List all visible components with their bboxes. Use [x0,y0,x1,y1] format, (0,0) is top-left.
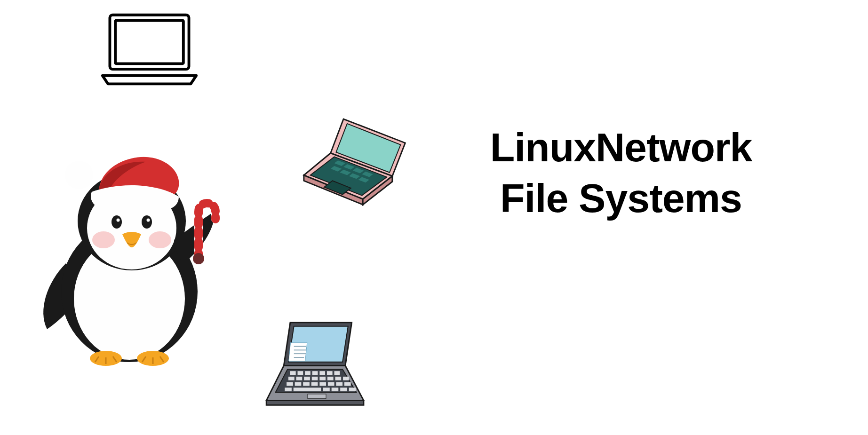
svg-rect-56 [308,394,326,399]
title-line-2: File Systems [433,173,809,224]
svg-rect-41 [343,377,349,380]
svg-rect-30 [312,371,318,375]
svg-point-65 [117,219,120,222]
svg-point-64 [142,215,152,229]
svg-rect-33 [334,371,340,375]
svg-rect-48 [336,382,342,386]
svg-rect-34 [288,377,295,380]
svg-rect-53 [332,388,339,391]
diagram-title: LinuxNetwork File Systems [433,122,809,223]
svg-rect-39 [327,377,334,380]
svg-rect-44 [303,382,310,386]
svg-rect-55 [349,388,356,391]
svg-rect-40 [335,377,341,380]
svg-point-61 [92,231,115,248]
svg-rect-19 [289,343,307,361]
svg-point-68 [193,253,204,264]
svg-marker-25 [266,401,364,405]
svg-rect-35 [296,377,303,380]
svg-point-62 [149,231,171,248]
svg-rect-49 [344,382,351,386]
svg-rect-36 [304,377,310,380]
svg-rect-32 [327,371,333,375]
svg-rect-43 [295,382,302,386]
svg-rect-50 [285,388,292,391]
svg-point-67 [65,161,93,189]
svg-rect-52 [323,388,330,391]
svg-rect-29 [305,371,311,375]
svg-point-63 [111,215,122,229]
svg-rect-38 [319,377,326,380]
svg-rect-51 [294,388,321,391]
svg-rect-31 [319,371,325,375]
penguin-santa-icon [28,141,231,367]
svg-rect-46 [319,382,326,386]
svg-rect-45 [311,382,318,386]
laptop-isometric-pink-icon [301,115,412,214]
svg-point-66 [147,219,150,222]
svg-rect-54 [340,388,347,391]
svg-rect-0 [110,15,189,69]
title-line-1: LinuxNetwork [433,122,809,173]
svg-rect-37 [312,377,318,380]
svg-rect-28 [298,371,303,375]
laptop-outline-icon [99,10,200,90]
svg-rect-47 [328,382,334,386]
laptop-gray-icon [263,320,369,411]
diagram-stage: LinuxNetwork File Systems [0,0,868,435]
svg-rect-42 [287,382,293,386]
svg-rect-1 [115,20,183,63]
svg-rect-27 [290,371,296,375]
